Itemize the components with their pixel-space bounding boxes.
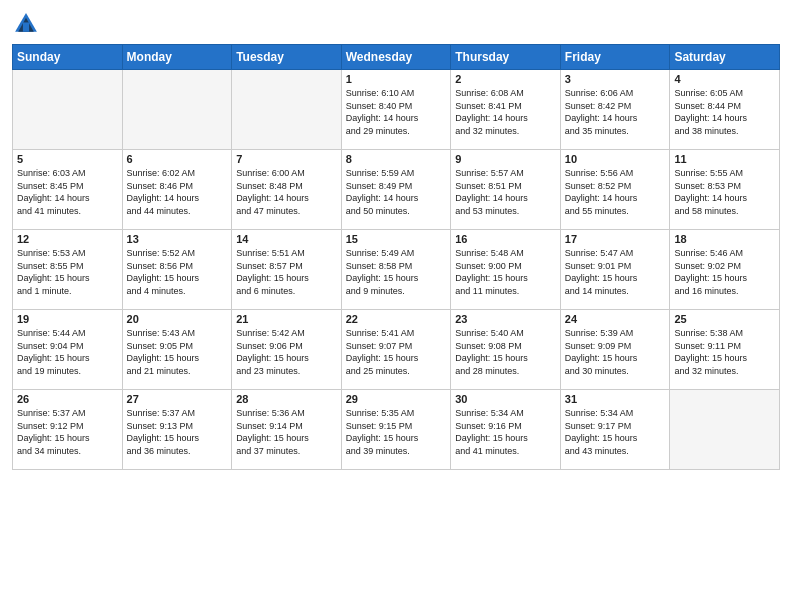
day-number: 31	[565, 393, 666, 405]
cell-info: Sunrise: 5:53 AM Sunset: 8:55 PM Dayligh…	[17, 247, 118, 297]
calendar-cell: 11Sunrise: 5:55 AM Sunset: 8:53 PM Dayli…	[670, 150, 780, 230]
calendar-cell: 26Sunrise: 5:37 AM Sunset: 9:12 PM Dayli…	[13, 390, 123, 470]
day-number: 4	[674, 73, 775, 85]
day-number: 30	[455, 393, 556, 405]
cell-info: Sunrise: 5:56 AM Sunset: 8:52 PM Dayligh…	[565, 167, 666, 217]
day-number: 1	[346, 73, 447, 85]
calendar-cell: 25Sunrise: 5:38 AM Sunset: 9:11 PM Dayli…	[670, 310, 780, 390]
day-number: 2	[455, 73, 556, 85]
calendar-cell: 8Sunrise: 5:59 AM Sunset: 8:49 PM Daylig…	[341, 150, 451, 230]
day-number: 23	[455, 313, 556, 325]
week-row-1: 1Sunrise: 6:10 AM Sunset: 8:40 PM Daylig…	[13, 70, 780, 150]
day-number: 13	[127, 233, 228, 245]
calendar-cell: 5Sunrise: 6:03 AM Sunset: 8:45 PM Daylig…	[13, 150, 123, 230]
calendar-cell: 12Sunrise: 5:53 AM Sunset: 8:55 PM Dayli…	[13, 230, 123, 310]
cell-info: Sunrise: 5:51 AM Sunset: 8:57 PM Dayligh…	[236, 247, 337, 297]
day-number: 15	[346, 233, 447, 245]
day-number: 27	[127, 393, 228, 405]
day-number: 10	[565, 153, 666, 165]
day-number: 6	[127, 153, 228, 165]
weekday-header-sunday: Sunday	[13, 45, 123, 70]
calendar-cell: 16Sunrise: 5:48 AM Sunset: 9:00 PM Dayli…	[451, 230, 561, 310]
day-number: 20	[127, 313, 228, 325]
day-number: 18	[674, 233, 775, 245]
week-row-3: 12Sunrise: 5:53 AM Sunset: 8:55 PM Dayli…	[13, 230, 780, 310]
cell-info: Sunrise: 5:35 AM Sunset: 9:15 PM Dayligh…	[346, 407, 447, 457]
cell-info: Sunrise: 5:59 AM Sunset: 8:49 PM Dayligh…	[346, 167, 447, 217]
calendar-cell	[13, 70, 123, 150]
week-row-2: 5Sunrise: 6:03 AM Sunset: 8:45 PM Daylig…	[13, 150, 780, 230]
day-number: 19	[17, 313, 118, 325]
day-number: 17	[565, 233, 666, 245]
cell-info: Sunrise: 5:52 AM Sunset: 8:56 PM Dayligh…	[127, 247, 228, 297]
calendar-cell: 18Sunrise: 5:46 AM Sunset: 9:02 PM Dayli…	[670, 230, 780, 310]
calendar-cell: 22Sunrise: 5:41 AM Sunset: 9:07 PM Dayli…	[341, 310, 451, 390]
calendar-cell: 13Sunrise: 5:52 AM Sunset: 8:56 PM Dayli…	[122, 230, 232, 310]
cell-info: Sunrise: 6:03 AM Sunset: 8:45 PM Dayligh…	[17, 167, 118, 217]
day-number: 24	[565, 313, 666, 325]
calendar-cell	[122, 70, 232, 150]
day-number: 12	[17, 233, 118, 245]
day-number: 14	[236, 233, 337, 245]
weekday-header-wednesday: Wednesday	[341, 45, 451, 70]
cell-info: Sunrise: 6:08 AM Sunset: 8:41 PM Dayligh…	[455, 87, 556, 137]
day-number: 11	[674, 153, 775, 165]
cell-info: Sunrise: 5:57 AM Sunset: 8:51 PM Dayligh…	[455, 167, 556, 217]
logo-icon	[12, 10, 40, 38]
cell-info: Sunrise: 5:43 AM Sunset: 9:05 PM Dayligh…	[127, 327, 228, 377]
calendar-cell: 27Sunrise: 5:37 AM Sunset: 9:13 PM Dayli…	[122, 390, 232, 470]
calendar-cell: 20Sunrise: 5:43 AM Sunset: 9:05 PM Dayli…	[122, 310, 232, 390]
cell-info: Sunrise: 5:36 AM Sunset: 9:14 PM Dayligh…	[236, 407, 337, 457]
calendar-cell: 10Sunrise: 5:56 AM Sunset: 8:52 PM Dayli…	[560, 150, 670, 230]
calendar-cell	[232, 70, 342, 150]
day-number: 28	[236, 393, 337, 405]
calendar-cell: 30Sunrise: 5:34 AM Sunset: 9:16 PM Dayli…	[451, 390, 561, 470]
calendar-cell: 31Sunrise: 5:34 AM Sunset: 9:17 PM Dayli…	[560, 390, 670, 470]
day-number: 29	[346, 393, 447, 405]
cell-info: Sunrise: 6:05 AM Sunset: 8:44 PM Dayligh…	[674, 87, 775, 137]
header	[12, 10, 780, 38]
calendar-cell: 24Sunrise: 5:39 AM Sunset: 9:09 PM Dayli…	[560, 310, 670, 390]
cell-info: Sunrise: 6:00 AM Sunset: 8:48 PM Dayligh…	[236, 167, 337, 217]
calendar-cell: 19Sunrise: 5:44 AM Sunset: 9:04 PM Dayli…	[13, 310, 123, 390]
cell-info: Sunrise: 5:47 AM Sunset: 9:01 PM Dayligh…	[565, 247, 666, 297]
calendar-cell: 28Sunrise: 5:36 AM Sunset: 9:14 PM Dayli…	[232, 390, 342, 470]
day-number: 5	[17, 153, 118, 165]
calendar-cell: 1Sunrise: 6:10 AM Sunset: 8:40 PM Daylig…	[341, 70, 451, 150]
calendar-cell: 17Sunrise: 5:47 AM Sunset: 9:01 PM Dayli…	[560, 230, 670, 310]
cell-info: Sunrise: 5:41 AM Sunset: 9:07 PM Dayligh…	[346, 327, 447, 377]
day-number: 22	[346, 313, 447, 325]
calendar-cell: 7Sunrise: 6:00 AM Sunset: 8:48 PM Daylig…	[232, 150, 342, 230]
weekday-header-thursday: Thursday	[451, 45, 561, 70]
day-number: 16	[455, 233, 556, 245]
cell-info: Sunrise: 5:37 AM Sunset: 9:12 PM Dayligh…	[17, 407, 118, 457]
calendar-cell: 3Sunrise: 6:06 AM Sunset: 8:42 PM Daylig…	[560, 70, 670, 150]
calendar-cell: 2Sunrise: 6:08 AM Sunset: 8:41 PM Daylig…	[451, 70, 561, 150]
cell-info: Sunrise: 5:55 AM Sunset: 8:53 PM Dayligh…	[674, 167, 775, 217]
cell-info: Sunrise: 6:06 AM Sunset: 8:42 PM Dayligh…	[565, 87, 666, 137]
weekday-header-monday: Monday	[122, 45, 232, 70]
day-number: 25	[674, 313, 775, 325]
svg-rect-2	[23, 22, 29, 31]
cell-info: Sunrise: 6:02 AM Sunset: 8:46 PM Dayligh…	[127, 167, 228, 217]
weekday-header-friday: Friday	[560, 45, 670, 70]
cell-info: Sunrise: 5:39 AM Sunset: 9:09 PM Dayligh…	[565, 327, 666, 377]
calendar-cell: 29Sunrise: 5:35 AM Sunset: 9:15 PM Dayli…	[341, 390, 451, 470]
week-row-4: 19Sunrise: 5:44 AM Sunset: 9:04 PM Dayli…	[13, 310, 780, 390]
day-number: 9	[455, 153, 556, 165]
cell-info: Sunrise: 5:38 AM Sunset: 9:11 PM Dayligh…	[674, 327, 775, 377]
day-number: 3	[565, 73, 666, 85]
calendar-cell: 6Sunrise: 6:02 AM Sunset: 8:46 PM Daylig…	[122, 150, 232, 230]
calendar-cell: 15Sunrise: 5:49 AM Sunset: 8:58 PM Dayli…	[341, 230, 451, 310]
day-number: 8	[346, 153, 447, 165]
day-number: 21	[236, 313, 337, 325]
day-number: 26	[17, 393, 118, 405]
weekday-header-tuesday: Tuesday	[232, 45, 342, 70]
calendar-cell: 23Sunrise: 5:40 AM Sunset: 9:08 PM Dayli…	[451, 310, 561, 390]
cell-info: Sunrise: 5:42 AM Sunset: 9:06 PM Dayligh…	[236, 327, 337, 377]
cell-info: Sunrise: 5:48 AM Sunset: 9:00 PM Dayligh…	[455, 247, 556, 297]
week-row-5: 26Sunrise: 5:37 AM Sunset: 9:12 PM Dayli…	[13, 390, 780, 470]
page: SundayMondayTuesdayWednesdayThursdayFrid…	[0, 0, 792, 612]
calendar-cell: 4Sunrise: 6:05 AM Sunset: 8:44 PM Daylig…	[670, 70, 780, 150]
calendar-cell	[670, 390, 780, 470]
